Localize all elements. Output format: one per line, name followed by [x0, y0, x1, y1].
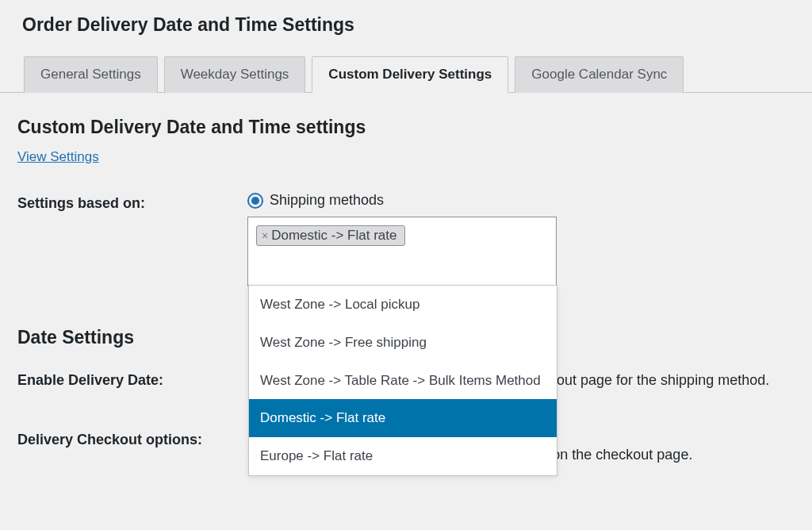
page-title: Order Delivery Date and Time Settings: [0, 0, 812, 56]
shipping-methods-radio-label: Shipping methods: [270, 192, 384, 209]
tab-google-calendar-sync[interactable]: Google Calendar Sync: [515, 56, 684, 93]
delivery-checkout-options-label: Delivery Checkout options:: [17, 428, 247, 448]
enable-delivery-date-desc-tail: out page for the shipping method.: [557, 372, 769, 389]
dropdown-option-local-pickup[interactable]: West Zone -> Local pickup: [249, 286, 557, 324]
section-title: Custom Delivery Date and Time settings: [0, 93, 812, 149]
view-settings-link[interactable]: View Settings: [17, 149, 99, 165]
tab-weekday-settings[interactable]: Weekday Settings: [164, 56, 306, 93]
dropdown-option-europe-flat[interactable]: Europe -> Flat rate: [249, 437, 557, 475]
settings-based-on-field: Shipping methods × Domestic -> Flat rate…: [247, 192, 795, 286]
dropdown-option-table-rate-bulk[interactable]: West Zone -> Table Rate -> Bulk Items Me…: [249, 362, 557, 400]
chip-label: Domestic -> Flat rate: [271, 228, 396, 244]
dropdown-option-free-shipping[interactable]: West Zone -> Free shipping: [249, 324, 557, 362]
dropdown-option-domestic-flat[interactable]: Domestic -> Flat rate: [249, 399, 557, 437]
chip-remove-icon[interactable]: ×: [262, 229, 268, 242]
shipping-methods-radio[interactable]: [247, 193, 263, 209]
radio-selected-dot-icon: [251, 197, 259, 205]
enable-delivery-date-label: Enable Delivery Date:: [17, 369, 247, 389]
tabs-nav: General Settings Weekday Settings Custom…: [0, 56, 812, 93]
tab-general-settings[interactable]: General Settings: [24, 56, 158, 93]
selected-chip: × Domestic -> Flat rate: [256, 225, 405, 246]
shipping-methods-select[interactable]: × Domestic -> Flat rate West Zone -> Loc…: [247, 217, 557, 286]
settings-based-on-row: Settings based on: Shipping methods × Do…: [0, 187, 812, 291]
shipping-methods-dropdown: West Zone -> Local pickup West Zone -> F…: [248, 285, 557, 476]
settings-based-on-label: Settings based on:: [17, 192, 247, 212]
tab-custom-delivery-settings[interactable]: Custom Delivery Settings: [312, 56, 508, 93]
shipping-methods-radio-wrap: Shipping methods: [247, 192, 795, 209]
